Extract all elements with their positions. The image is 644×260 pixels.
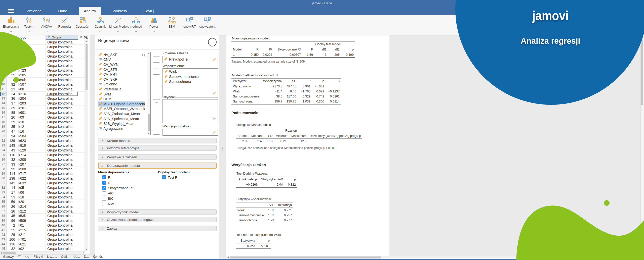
cell-plec[interactable] xyxy=(78,167,85,172)
cell-id[interactable]: 53 xyxy=(7,195,17,200)
cell-id[interactable]: 35 xyxy=(7,124,17,129)
cell-id[interactable]: 139 xyxy=(7,138,17,143)
cell-plec[interactable] xyxy=(78,204,85,209)
cell-grupa[interactable]: Grupa kontrolna xyxy=(46,82,78,87)
cell-grupa[interactable]: Grupa kontrolna xyxy=(46,134,78,139)
cell-id[interactable]: 59 xyxy=(7,199,17,204)
row-number[interactable]: 17 xyxy=(0,115,7,120)
ribbon-button-power[interactable]: Power xyxy=(145,16,163,35)
cell-id[interactable] xyxy=(7,45,17,49)
splitter-data-options[interactable] xyxy=(90,35,95,259)
section-poziomy-referencyjne[interactable]: Poziomy referencyjne xyxy=(98,145,217,151)
cell-grupa[interactable]: Grupa kontrolna xyxy=(46,232,78,237)
cell-id[interactable]: 24 xyxy=(7,92,17,96)
cell-grupa[interactable]: Grupa kontrolna xyxy=(46,40,78,45)
tab-wykresy[interactable]: Wykresy xyxy=(108,7,132,15)
row-number[interactable]: 35 xyxy=(0,199,7,204)
cell-kod[interactable]: k508 xyxy=(17,167,46,172)
cell-plec[interactable] xyxy=(78,73,85,78)
cell-kod[interactable]: k207 xyxy=(17,162,46,167)
tab-zmienne[interactable]: Zmienne xyxy=(22,7,46,15)
cell-id[interactable]: 43 xyxy=(7,148,17,153)
cell-grupa[interactable]: Grupa kontrolna xyxy=(46,246,78,251)
cell-plec[interactable] xyxy=(78,49,85,54)
cell-id[interactable]: 26 xyxy=(7,204,17,209)
row-number[interactable]: 41 xyxy=(0,228,7,233)
cell-grupa[interactable]: Grupa kontrolna xyxy=(46,110,78,115)
row-number[interactable]: 19 xyxy=(0,124,7,129)
dependent-variable-box[interactable]: Przychód_zł xyxy=(163,56,218,63)
row-number[interactable]: 39 xyxy=(0,218,7,223)
variable-item[interactable]: MSEI_Ogólna_Samoocena xyxy=(98,101,145,107)
cell-id[interactable]: 29 xyxy=(7,232,17,237)
cell-id[interactable] xyxy=(7,49,17,54)
row-number[interactable]: 22 xyxy=(0,138,7,143)
cell-plec[interactable] xyxy=(78,124,85,129)
hamburger-menu-icon[interactable] xyxy=(8,9,14,13)
cell-grupa[interactable]: Grupa kontrolna xyxy=(46,167,78,172)
cell-id[interactable]: 2 xyxy=(7,223,17,228)
cell-grupa[interactable]: Grupa kontrolna xyxy=(46,73,78,78)
cell-grupa[interactable]: Grupa kontrolna xyxy=(46,124,78,129)
cell-grupa[interactable]: Grupa kontrolna xyxy=(46,242,78,247)
cell-kod[interactable]: k50k xyxy=(17,78,46,82)
row-number[interactable]: 16 xyxy=(0,110,7,115)
cell-kod[interactable]: k723 xyxy=(17,68,46,73)
row-number[interactable]: 25 xyxy=(0,153,7,158)
cell-kod[interactable]: k623 xyxy=(17,138,46,143)
cell-plec[interactable] xyxy=(78,78,85,82)
row-number[interactable]: 32 xyxy=(0,185,7,190)
cell-plec[interactable] xyxy=(78,96,85,101)
checkbox-aic[interactable]: AIC xyxy=(102,191,114,195)
row-number[interactable]: 9 xyxy=(0,78,7,82)
variable-item[interactable]: MSEI_Obronne_Wzmacniania_Samo.. xyxy=(98,107,145,112)
row-number[interactable]: 21 xyxy=(0,134,7,139)
ribbon-button-regresja[interactable]: Regresja xyxy=(56,16,73,35)
cell-kod[interactable]: k621 xyxy=(17,242,46,247)
cell-kod[interactable]: k06 xyxy=(17,190,46,195)
row-number[interactable]: 29 xyxy=(0,171,7,176)
cell-plec[interactable] xyxy=(78,59,85,64)
section-kreator-modelu[interactable]: Kreator modelu xyxy=(98,138,217,143)
assigned-variable[interactable]: Wiek xyxy=(163,69,218,74)
cell-grupa[interactable]: Grupa kontrolna xyxy=(46,237,78,242)
cell-kod[interactable]: k509 xyxy=(17,218,46,223)
cell-grupa[interactable]: Grupa kontrolna xyxy=(46,228,78,233)
column-header-row-numbers[interactable] xyxy=(0,35,7,40)
row-number[interactable]: 15 xyxy=(0,106,7,111)
cell-plec[interactable] xyxy=(78,68,85,73)
cell-plec[interactable] xyxy=(78,120,85,125)
assign-factors-button[interactable]: → xyxy=(153,99,160,105)
checkbox-bic[interactable]: BIC xyxy=(102,197,114,201)
cell-plec[interactable] xyxy=(78,209,85,214)
variable-item[interactable]: CV_STR xyxy=(98,67,145,72)
cell-grupa[interactable]: Grupa kontrolna xyxy=(46,153,78,158)
ribbon-button-czynnik[interactable]: Czynnik xyxy=(91,16,109,35)
variable-item[interactable]: SJS_Wygląd_Mean xyxy=(98,121,145,126)
cell-kod[interactable] xyxy=(17,45,46,49)
cell-id[interactable]: 4 xyxy=(7,78,17,82)
cell-plec[interactable] xyxy=(78,199,85,204)
variable-item[interactable]: SPM xyxy=(98,92,145,97)
cell-id[interactable]: 23 xyxy=(7,87,17,92)
cell-kod[interactable]: k504 xyxy=(17,134,46,139)
section-współczynniki-modelu[interactable]: Współczynniki modelu xyxy=(98,209,217,215)
cell-plec[interactable] xyxy=(78,54,85,59)
cell-kod[interactable]: k18 xyxy=(17,195,46,200)
row-number[interactable]: 18 xyxy=(0,120,7,125)
splitter-options-results[interactable] xyxy=(219,35,226,259)
ribbon-button-snowlatent[interactable]: snowLatent xyxy=(198,16,216,35)
cell-kod[interactable]: k208 xyxy=(17,157,46,162)
row-number[interactable]: 31 xyxy=(0,181,7,186)
cell-id[interactable]: 32 xyxy=(7,246,17,251)
cell-id[interactable]: 45 xyxy=(7,214,17,218)
covariates-box[interactable]: Wiek Samowzmocnienie Samoochrona xyxy=(163,68,218,97)
cell-id[interactable]: 117 xyxy=(7,68,17,73)
cell-grupa[interactable]: Grupa kontrolna xyxy=(46,157,78,162)
variables-list-scrollbar[interactable] xyxy=(147,52,150,135)
cell-id[interactable]: 35 xyxy=(7,73,17,78)
cell-plec[interactable] xyxy=(78,138,85,143)
cell-kod[interactable]: k601 xyxy=(17,110,46,115)
cell-kod[interactable]: k632 xyxy=(17,181,46,186)
cell-kod[interactable]: k09 xyxy=(17,115,46,120)
